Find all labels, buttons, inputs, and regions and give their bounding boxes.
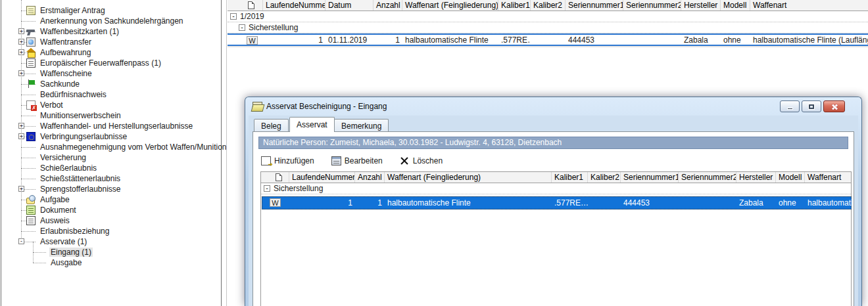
tree-item-aufgabe[interactable]: Aufgabe	[1, 194, 218, 205]
column-header[interactable]: Waffenart (Feingliederung)	[385, 172, 552, 183]
tree-item-verbringungserlaubnisse[interactable]: + Verbringungserlaubnisse	[1, 131, 218, 142]
doc-column-header[interactable]	[228, 0, 263, 11]
tree-item-ausweis[interactable]: Ausweis	[1, 215, 218, 226]
expand-icon[interactable]: +	[18, 133, 24, 139]
column-header[interactable]: Modell	[721, 0, 750, 11]
dialog-titlebar[interactable]: Asservat Bescheinigung - Eingang	[252, 101, 712, 113]
tree-item-label[interactable]: Dokument	[39, 206, 78, 215]
asservat-row[interactable]: W 1 01.11.2019 1 halbautomatische Flinte…	[228, 33, 868, 46]
tree-item-label[interactable]: Waffenhandel- und Herstellungserlaubniss…	[39, 121, 194, 131]
column-header[interactable]: Modell	[776, 172, 805, 183]
column-header[interactable]: Kaliber1	[552, 172, 588, 183]
expand-icon[interactable]: +	[18, 123, 24, 129]
tree-item-label[interactable]: Erstmaliger Antrag	[39, 6, 107, 15]
edit-button[interactable]: Bearbeiten	[329, 154, 385, 168]
tree-item-label[interactable]: Verbot	[39, 100, 64, 110]
tree-item-schiessstaettenerlaubnis[interactable]: Schießstättenerlaubnis	[1, 173, 218, 184]
tree-item-ausgabe[interactable]: Ausgabe	[1, 257, 218, 268]
tree-item-waffenhandel[interactable]: + Waffenhandel- und Herstellungserlaubni…	[1, 121, 218, 131]
expand-icon[interactable]: +	[18, 39, 24, 45]
tree-item-label[interactable]: Anerkennung von Sachkundelehrgängen	[39, 16, 185, 26]
tree-item-waffentransfer[interactable]: + Waffentransfer	[1, 37, 218, 47]
tree-item-label[interactable]: Erlaubnisbeziehung	[39, 227, 110, 236]
tree-item-label[interactable]: Schießerlaubnis	[39, 164, 98, 173]
column-header[interactable]: Anzahl	[374, 0, 402, 11]
splitter[interactable]	[226, 0, 227, 306]
tree-item-aufbewahrung[interactable]: + Aufbewahrung	[1, 47, 218, 58]
expand-icon[interactable]: +	[18, 186, 24, 192]
tree-item-label[interactable]: Waffentransfer	[39, 37, 93, 47]
column-header[interactable]: Seriennummer1	[621, 172, 679, 183]
expand-icon[interactable]: +	[18, 28, 24, 34]
column-header[interactable]: Kaliber2	[588, 172, 621, 183]
tree-item-anerkennung[interactable]: Anerkennung von Sachkundelehrgängen	[1, 16, 218, 26]
minimize-button[interactable]	[780, 100, 800, 112]
tree-item-waffenbesitzkarten[interactable]: + Waffenbesitzkarten (1)	[1, 26, 218, 37]
tree-item-label[interactable]: Schießstättenerlaubnis	[39, 174, 122, 183]
group-row-year[interactable]: - 1/2019	[228, 11, 868, 22]
maximize-button[interactable]	[802, 100, 821, 112]
tree-item-eingang[interactable]: Eingang (1)	[1, 247, 218, 257]
tree-item-label[interactable]: Aufbewahrung	[39, 48, 92, 57]
tree-item-ausnahmegenehmigung[interactable]: Ausnahmegenehmigung vom Verbot Waffen/Mu…	[1, 142, 218, 152]
close-button[interactable]	[823, 100, 845, 112]
tab-beleg[interactable]: Beleg	[254, 119, 289, 132]
tab-bemerkung[interactable]: Bemerkung	[334, 119, 389, 132]
column-header[interactable]: Waffenart	[805, 172, 851, 183]
tree-item-feuerwaffenpass[interactable]: Europäischer Feuerwaffenpass (1)	[1, 58, 218, 68]
delete-button[interactable]: Löschen	[397, 154, 445, 168]
column-header[interactable]: Hersteller	[736, 172, 776, 183]
expand-icon[interactable]: +	[18, 49, 24, 55]
tree-item-schiesserlaubnis[interactable]: Schießerlaubnis	[1, 163, 218, 173]
tree-item-label[interactable]: Asservate (1)	[39, 237, 88, 246]
column-header[interactable]: Waffenart	[750, 0, 868, 11]
tree-item-label[interactable]: Waffenbesitzkarten (1)	[39, 27, 120, 36]
tree-item-asservate[interactable]: - Asservate (1)	[1, 236, 218, 247]
add-button[interactable]: Hinzufügen	[258, 154, 317, 168]
tree-item-label[interactable]: Bedürfnisnachweis	[39, 90, 108, 99]
column-header[interactable]: Seriennummer2	[679, 172, 736, 183]
tree-item-label-selected[interactable]: Eingang (1)	[49, 248, 93, 257]
tree-item-label[interactable]: Aufgabe	[39, 195, 71, 204]
tree-item-label[interactable]: Ausweis	[39, 216, 71, 225]
tree-item-label[interactable]: Ausgabe	[49, 258, 83, 267]
tree-item-sachkunde[interactable]: Sachkunde	[1, 79, 218, 89]
column-header[interactable]: Kaliber2	[531, 0, 566, 11]
doc-column-header[interactable]	[261, 172, 289, 183]
collapse-icon[interactable]: -	[264, 185, 270, 192]
tree-item-label[interactable]: Verbringungserlaubnisse	[39, 132, 128, 141]
group-row-sicherstellung[interactable]: - Sicherstellung	[261, 183, 851, 194]
tree-item-label[interactable]: Versicherung	[39, 153, 87, 162]
tree-item-erstmaliger-antrag[interactable]: Erstmaliger Antrag	[1, 5, 218, 16]
tree-item-sprengstofferlaubnisse[interactable]: + Sprengstofferlaubnisse	[1, 184, 218, 194]
collapse-icon[interactable]: -	[18, 238, 24, 244]
tree-item-label[interactable]: Europäischer Feuerwaffenpass (1)	[39, 58, 162, 68]
column-header[interactable]: Kaliber1	[498, 0, 531, 11]
tree-item-waffenscheine[interactable]: + Waffenscheine	[1, 68, 218, 79]
tree-item-dokument[interactable]: Dokument	[1, 205, 218, 215]
group-row-sicherstellung[interactable]: - Sicherstellung	[228, 22, 868, 33]
column-header[interactable]: LaufendeNummer	[289, 172, 355, 183]
tree-item-label[interactable]: Ausnahmegenehmigung vom Verbot Waffen/Mu…	[39, 142, 228, 152]
tree-item-label[interactable]: Munitionserwerbschein	[39, 111, 122, 120]
column-header[interactable]: Hersteller	[681, 0, 721, 11]
tree-item-label[interactable]: Sachkunde	[39, 79, 81, 89]
column-header[interactable]: Anzahl	[355, 172, 385, 183]
tree-item-verbot[interactable]: Verbot	[1, 100, 218, 110]
tree-item-beduerfnisnachweis[interactable]: Bedürfnisnachweis	[1, 89, 218, 100]
tree-item-munitionserwerbschein[interactable]: Munitionserwerbschein	[1, 110, 218, 121]
tab-asservat[interactable]: Asservat	[289, 117, 335, 132]
column-header[interactable]: LaufendeNummer	[263, 0, 326, 11]
tree-item-label[interactable]: Waffenscheine	[39, 69, 93, 78]
expand-icon[interactable]: +	[18, 70, 24, 76]
column-header[interactable]: Waffenart (Feingliederung)	[402, 0, 498, 11]
selected-asservat-row[interactable]: W 1 1 halbautomatische Flinte .577RE… 44…	[262, 196, 852, 209]
column-header[interactable]: Seriennummer1	[566, 0, 623, 11]
collapse-icon[interactable]: -	[239, 24, 245, 31]
column-header[interactable]: Seriennummer2	[623, 0, 681, 11]
collapse-icon[interactable]: -	[230, 13, 237, 20]
tree-item-label[interactable]: Sprengstofferlaubnisse	[39, 185, 122, 194]
tree-item-versicherung[interactable]: Versicherung	[1, 152, 218, 163]
tree-item-erlaubnisbeziehung[interactable]: Erlaubnisbeziehung	[1, 226, 218, 236]
column-header[interactable]: Datum	[326, 0, 374, 11]
